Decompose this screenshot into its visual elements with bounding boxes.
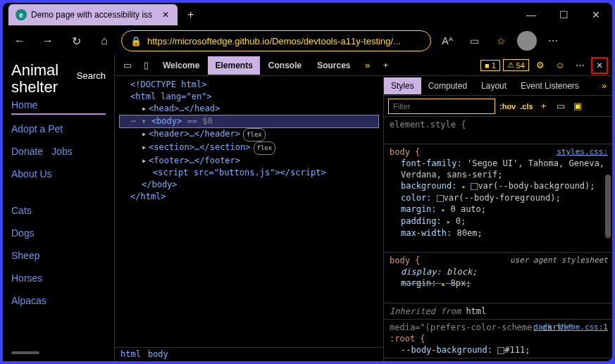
devtools-close-button[interactable]: ✕ <box>591 57 608 74</box>
nav-sheep[interactable]: Sheep <box>11 247 106 264</box>
tab-sources[interactable]: Sources <box>310 56 357 75</box>
dom-tree[interactable]: <!DOCTYPE html> <html lang="en"> ▸<head>… <box>115 76 383 347</box>
nav-alpacas[interactable]: Alpacas <box>11 292 106 309</box>
new-rule-icon[interactable]: + <box>538 101 550 111</box>
search-label[interactable]: Search <box>77 70 106 81</box>
hov-toggle[interactable]: :hov <box>499 102 516 111</box>
source-link-dark[interactable]: dark-theme.css:1 <box>533 322 608 333</box>
webpage-sidebar: Animal shelter Search Home Adopt a Pet D… <box>3 55 114 361</box>
devtools-panel: ▭ ▯ Welcome Elements Console Sources » +… <box>114 55 612 361</box>
more-tabs-icon[interactable]: » <box>359 57 376 74</box>
tab-elements[interactable]: Elements <box>208 56 259 75</box>
render-icon[interactable]: ▣ <box>571 101 584 111</box>
nav-horses[interactable]: Horses <box>11 270 106 287</box>
back-button[interactable]: ← <box>8 30 31 52</box>
breadcrumb[interactable]: htmlbody <box>115 347 383 361</box>
refresh-button[interactable]: ↻ <box>65 30 87 52</box>
maximize-button[interactable]: ☐ <box>547 3 580 27</box>
tab-events[interactable]: Event Listeners <box>514 77 586 94</box>
styles-scrollbar[interactable] <box>605 175 611 238</box>
nav-jobs[interactable]: Jobs <box>51 143 73 160</box>
tab-console[interactable]: Console <box>261 56 309 75</box>
tab-computed[interactable]: Computed <box>421 77 474 94</box>
settings-icon[interactable]: ⚙ <box>532 57 549 74</box>
tab-welcome[interactable]: Welcome <box>156 56 206 75</box>
titlebar: Demo page with accessibility iss ✕ + — ☐… <box>3 3 612 27</box>
customize-icon[interactable]: ⋯ <box>571 57 588 74</box>
add-tab-icon[interactable]: + <box>378 57 395 74</box>
lock-icon: 🔒 <box>130 36 142 46</box>
styles-rules[interactable]: element.style { } styles.css: body { fon… <box>384 117 612 361</box>
nav-donate[interactable]: Donate <box>11 143 43 160</box>
url-text: https://microsoftedge.github.io/Demos/de… <box>147 36 422 46</box>
tab-styles[interactable]: Styles <box>384 77 421 94</box>
minimize-button[interactable]: — <box>515 3 547 27</box>
devtools-tabbar: ▭ ▯ Welcome Elements Console Sources » +… <box>115 55 612 76</box>
page-scrollbar[interactable] <box>11 351 39 354</box>
tab-close-icon[interactable]: ✕ <box>161 10 170 20</box>
elements-panel: <!DOCTYPE html> <html lang="en"> ▸<head>… <box>115 76 383 361</box>
feedback-icon[interactable]: ☺ <box>552 57 569 74</box>
nav-about[interactable]: About Us <box>11 165 106 182</box>
warning-badge[interactable]: ⚠54 <box>503 59 529 71</box>
computed-icon[interactable]: ▭ <box>554 101 567 111</box>
inspect-icon[interactable]: ▭ <box>119 57 136 74</box>
profile-avatar[interactable] <box>517 31 537 51</box>
address-bar[interactable]: 🔒 https://microsoftedge.github.io/Demos/… <box>121 30 431 51</box>
nav-dogs[interactable]: Dogs <box>11 225 106 241</box>
error-badge[interactable]: ■1 <box>480 60 500 71</box>
browser-toolbar: ← → ↻ ⌂ 🔒 https://microsoftedge.github.i… <box>3 27 612 55</box>
tab-title: Demo page with accessibility iss <box>31 10 156 20</box>
close-window-button[interactable]: ✕ <box>580 3 612 27</box>
edge-favicon <box>15 9 27 20</box>
styles-pane: Styles Computed Layout Event Listeners »… <box>383 76 612 361</box>
nav-cats[interactable]: Cats <box>11 202 106 219</box>
forward-button[interactable]: → <box>37 30 59 52</box>
favorite-icon[interactable]: ☆ <box>490 30 511 51</box>
home-button[interactable]: ⌂ <box>93 30 116 52</box>
nav-home[interactable]: Home <box>11 96 106 115</box>
reader-icon[interactable]: Aᴬ <box>437 30 458 51</box>
browser-tab[interactable]: Demo page with accessibility iss ✕ <box>8 4 178 25</box>
menu-icon[interactable]: ⋯ <box>542 30 564 51</box>
styles-filter-input[interactable] <box>388 99 495 114</box>
translate-icon[interactable]: ▭ <box>464 30 485 51</box>
nav-adopt[interactable]: Adopt a Pet <box>11 120 106 137</box>
tab-layout[interactable]: Layout <box>474 77 514 94</box>
new-tab-button[interactable]: + <box>182 8 199 21</box>
selected-node[interactable]: ⋯ ▾ <body> == $0 <box>119 115 379 128</box>
styles-more-icon[interactable]: » <box>595 77 612 94</box>
cls-toggle[interactable]: .cls <box>520 102 533 111</box>
device-icon[interactable]: ▯ <box>137 57 154 74</box>
source-link[interactable]: styles.css: <box>557 146 608 158</box>
